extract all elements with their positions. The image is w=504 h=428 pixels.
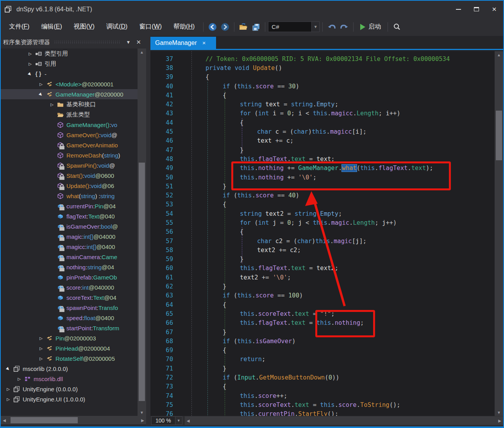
code-line-58[interactable]: 58text2 += c2;: [150, 245, 495, 254]
code-line-72[interactable]: 72if (Input.GetMouseButtonDown(0)): [150, 373, 495, 382]
code-line-73[interactable]: 73{: [150, 382, 495, 391]
code-line-39[interactable]: 39{: [150, 73, 495, 82]
code-horizontal-scrollbar[interactable]: ◀ ▶: [185, 416, 503, 425]
expander-collapsed-icon[interactable]: ▷: [26, 52, 34, 56]
expander-collapsed-icon[interactable]: ▷: [37, 336, 45, 340]
tree-item[interactable]: scoreText : Text @04: [1, 292, 138, 303]
tree-item[interactable]: magicc : int[] @0400: [1, 242, 138, 252]
menu-item[interactable]: 调试(D): [100, 20, 133, 33]
code-line-51[interactable]: 51}: [150, 182, 495, 191]
expander-expanded-icon[interactable]: ▶: [4, 364, 13, 373]
code-line-67[interactable]: 67}: [150, 328, 495, 337]
tree-item[interactable]: ▶{ }-: [1, 69, 138, 79]
minimize-button[interactable]: [449, 1, 467, 18]
undo-button[interactable]: [325, 21, 338, 33]
close-button[interactable]: ✕: [485, 1, 503, 18]
code-line-75[interactable]: 75this.scoreText.text = this.score.ToStr…: [150, 400, 495, 409]
code-line-64[interactable]: 64{: [150, 300, 495, 309]
tree-item[interactable]: 派生类型: [1, 109, 138, 120]
code-line-45[interactable]: 45char c = (char)this.magicc[i];: [150, 127, 495, 136]
code-line-56[interactable]: 56{: [150, 227, 495, 236]
code-line-48[interactable]: 48this.flagText.text = text;: [150, 154, 495, 163]
code-line-62[interactable]: 62}: [150, 282, 495, 291]
expander-collapsed-icon[interactable]: ▷: [37, 82, 45, 86]
tree-item[interactable]: currentPin : Pin @04: [1, 201, 138, 211]
code-line-59[interactable]: 59}: [150, 255, 495, 264]
redo-button[interactable]: [338, 21, 350, 33]
code-line-41[interactable]: 41{: [150, 91, 495, 100]
code-line-52[interactable]: 52if (this.score == 40): [150, 191, 495, 200]
expander-expanded-icon[interactable]: ▶: [36, 90, 45, 98]
scroll-down-icon[interactable]: ▼: [495, 409, 503, 416]
tree-item[interactable]: ▷UnityEngine.UI (1.0.0.0): [1, 394, 138, 404]
code-line-42[interactable]: 42string text = string.Empty;: [150, 100, 495, 109]
code-line-47[interactable]: 47}: [150, 145, 495, 154]
code-line-70[interactable]: 70return;: [150, 355, 495, 364]
save-all-button[interactable]: [250, 21, 262, 33]
code-line-37[interactable]: 37// Token: 0x06000005 RID: 5 RVA: 0x000…: [150, 54, 495, 63]
menu-item[interactable]: 窗口(W): [133, 20, 168, 33]
menu-item[interactable]: 帮助(H): [168, 20, 200, 33]
expander-collapsed-icon[interactable]: ▷: [4, 387, 13, 391]
code-line-53[interactable]: 53{: [150, 200, 495, 209]
tree-item[interactable]: ▷类型引用: [1, 48, 138, 59]
tree-horizontal-scrollbar[interactable]: ◀ ▶: [1, 416, 146, 424]
panel-menu-button[interactable]: ▼: [123, 39, 134, 46]
expander-collapsed-icon[interactable]: ▷: [4, 397, 13, 401]
tree-item[interactable]: SpawnPin() : void @: [1, 160, 138, 170]
code-line-49[interactable]: 49this.nothing += GameManager.what(this.…: [150, 164, 495, 173]
menu-item[interactable]: 编辑(E): [35, 20, 68, 33]
scroll-right-icon[interactable]: ▶: [496, 416, 503, 425]
tree-item[interactable]: magic : int[] @04000: [1, 231, 138, 242]
code-line-63[interactable]: 63if (this.score == 100): [150, 291, 495, 300]
language-select[interactable]: C# ▼: [268, 21, 320, 32]
tree-item[interactable]: ▷引用: [1, 59, 138, 69]
scrollbar-thumb[interactable]: [139, 163, 145, 401]
maximize-button[interactable]: [467, 1, 485, 18]
menu-item[interactable]: 文件(F): [3, 20, 35, 33]
scrollbar-thumb[interactable]: [11, 417, 78, 423]
tree-vertical-scrollbar[interactable]: ▲ ▼: [138, 48, 146, 416]
start-debug-button[interactable]: 启动: [356, 23, 385, 31]
tree-item[interactable]: spawnPoint : Transfo: [1, 303, 138, 313]
open-file-button[interactable]: [237, 21, 250, 33]
expander-collapsed-icon[interactable]: ▷: [15, 377, 23, 381]
tree-item[interactable]: Start() : void @0600: [1, 170, 138, 181]
tree-item[interactable]: ▶mscorlib (2.0.0.0): [1, 364, 138, 374]
scroll-right-icon[interactable]: ▶: [139, 416, 146, 424]
nav-forward-button[interactable]: [219, 21, 231, 33]
tree-item[interactable]: mainCamera : Came: [1, 252, 138, 262]
nav-back-button[interactable]: [206, 21, 219, 33]
expander-expanded-icon[interactable]: ▶: [25, 69, 34, 78]
code-line-69[interactable]: 69{: [150, 346, 495, 355]
tree-item[interactable]: GameOverAnimatio: [1, 140, 138, 150]
code-line-44[interactable]: 44{: [150, 118, 495, 127]
code-line-65[interactable]: 65this.scoreText.text = "!";: [150, 309, 495, 318]
tree-item[interactable]: GameOver() : void @: [1, 130, 138, 140]
tree-item[interactable]: what(string) : string: [1, 191, 138, 201]
expander-collapsed-icon[interactable]: ▷: [37, 346, 45, 351]
tree-item[interactable]: ▷RotateSelf @02000005: [1, 353, 138, 364]
panel-close-button[interactable]: ✕: [133, 38, 144, 47]
scroll-up-icon[interactable]: ▲: [495, 51, 503, 58]
tab-gamemanager[interactable]: GameManager ×: [150, 37, 216, 49]
code-line-38[interactable]: 38private void Update(): [150, 63, 495, 72]
tree-item[interactable]: ▷UnityEngine (0.0.0.0): [1, 384, 138, 394]
tree-item[interactable]: ▶GameManager @0200000: [1, 89, 138, 99]
tree-item[interactable]: ▷PinHead @02000004: [1, 343, 138, 353]
tree-item[interactable]: nothing : string @04: [1, 262, 138, 272]
tree-item[interactable]: speed : float @0400: [1, 313, 138, 323]
expander-collapsed-icon[interactable]: ▷: [37, 356, 45, 361]
tree-item[interactable]: RemoveDash(string): [1, 150, 138, 160]
scroll-up-icon[interactable]: ▲: [138, 48, 146, 56]
code-line-46[interactable]: 46text += c;: [150, 136, 495, 145]
tree-item[interactable]: ▷<Module> @02000001: [1, 79, 138, 89]
code-line-43[interactable]: 43for (int i = 0; i < this.magicc.Length…: [150, 109, 495, 118]
code-line-74[interactable]: 74this.score++;: [150, 391, 495, 400]
tree-item[interactable]: score : int @040000: [1, 282, 138, 292]
tree-item[interactable]: flagText : Text @040: [1, 211, 138, 221]
code-line-66[interactable]: 66this.flagText.text = this.nothing;: [150, 319, 495, 328]
menu-item[interactable]: 视图(V): [68, 20, 100, 33]
code-line-61[interactable]: 61text2 += '\0';: [150, 273, 495, 282]
scrollbar-thumb[interactable]: [496, 111, 502, 160]
